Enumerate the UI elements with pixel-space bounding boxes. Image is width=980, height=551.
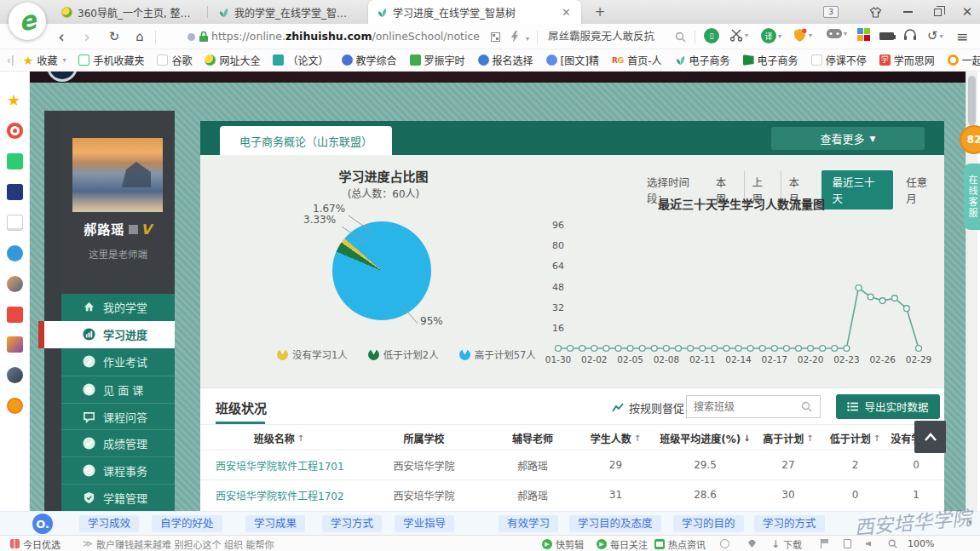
sidebar-item-roster[interactable]: 学籍管理	[61, 484, 175, 511]
pin-icon[interactable]	[748, 536, 756, 551]
bookmark-site-directory[interactable]: 网址大全	[205, 53, 260, 67]
bookmark-thesis[interactable]: （论文）	[273, 53, 328, 67]
speaker-icon[interactable]	[866, 536, 871, 551]
back-to-top-button[interactable]	[914, 421, 946, 453]
related-link[interactable]: 学习成果	[245, 515, 305, 532]
360-search-icon[interactable]: O.	[32, 514, 53, 534]
minimize-button[interactable]	[895, 0, 920, 24]
sidebar-item-learning-progress[interactable]: 学习进度	[38, 321, 175, 348]
flag-icon[interactable]	[821, 536, 828, 551]
scrollbar-thumb[interactable]	[968, 76, 976, 125]
sidebar-item-meeting-class[interactable]: 见 面 课	[61, 376, 175, 403]
daily-follow-tool[interactable]: ▶每日关注	[597, 536, 648, 551]
avatar-icon[interactable]	[7, 276, 23, 292]
headphones-icon[interactable]	[903, 28, 917, 41]
bookmark-homepage[interactable]: RG首页-人	[612, 53, 662, 67]
mail-app-icon[interactable]	[7, 153, 23, 169]
bookmark-tuwen[interactable]: [图文]精	[546, 53, 599, 67]
battery-icon[interactable]	[879, 32, 894, 40]
export-realtime-data-button[interactable]: 导出实时数据	[836, 394, 940, 419]
chat-app-icon[interactable]	[7, 245, 23, 261]
notes-app-icon[interactable]	[7, 215, 23, 231]
reading-mode-icon[interactable]: ▯	[704, 28, 719, 43]
speed-icon[interactable]	[720, 536, 729, 551]
bookmark-luozhenyu[interactable]: 罗振宇时	[410, 53, 465, 67]
browser-tab-1[interactable]: 360导航_一个主页, 整个世界	[53, 0, 206, 24]
back-button[interactable]: ‹	[51, 26, 72, 47]
news-ticker[interactable]: 散户赚钱越来越难 别担心这个 组织 能帮你	[96, 536, 274, 551]
col-school[interactable]: 所属学校	[358, 431, 490, 445]
col-class-name[interactable]: 班级名称↑	[200, 431, 358, 445]
app-icon-red[interactable]	[7, 307, 23, 323]
browser-tab-3-active[interactable]: 学习进度_在线学堂_智慧树 ✕	[368, 0, 581, 24]
new-tab-button[interactable]: +	[591, 3, 609, 20]
view-more-button[interactable]: 查看更多▼	[771, 127, 925, 150]
home-button[interactable]: ⌂	[130, 26, 150, 47]
bookmark-teaching[interactable]: 教学综合	[342, 53, 397, 67]
search-icon[interactable]	[675, 32, 686, 43]
search-input[interactable]	[548, 29, 666, 42]
close-button[interactable]: ✕	[954, 0, 980, 24]
related-link[interactable]: 学习的方式	[754, 515, 825, 532]
search-icon[interactable]	[801, 401, 812, 412]
sidebar-item-assignments-exams[interactable]: 作业考试	[61, 348, 175, 376]
avatar[interactable]	[72, 138, 163, 212]
tab-close-icon[interactable]: ✕	[560, 6, 573, 19]
related-link[interactable]: 有效学习	[499, 515, 558, 532]
qr-code-icon[interactable]	[491, 32, 500, 42]
favorites-star-icon[interactable]: ★	[7, 92, 23, 108]
col-above-plan[interactable]: 高于计划↑	[754, 431, 822, 445]
sidebar-item-course-qa[interactable]: 课程问答	[61, 403, 175, 430]
bookmark-google[interactable]: 谷歌	[157, 53, 192, 67]
browser-logo-icon[interactable]: e	[9, 3, 46, 40]
class-link[interactable]: 西安培华学院软件工程1702	[200, 488, 358, 502]
zoom-level[interactable]: 100%	[908, 536, 934, 551]
related-link[interactable]: 学习方式	[322, 515, 382, 532]
bookmark-ecommerce-1[interactable]: 电子商务	[675, 53, 730, 67]
related-link[interactable]: 学习目的及态度	[569, 515, 661, 532]
translate-icon[interactable]: 译▾	[761, 28, 781, 43]
bookmark-class-suspend[interactable]: 停课不停	[811, 53, 867, 67]
bookmark-xueersi[interactable]: 学学而思网	[879, 53, 935, 67]
class-link[interactable]: 西安培华学院软件工程1701	[200, 458, 358, 473]
related-link[interactable]: 学习成效	[79, 515, 139, 532]
reload-button[interactable]: ↻	[104, 26, 124, 47]
address-bar[interactable]: https://online.zhihuishu.com/onlineSchoo…	[211, 30, 480, 43]
avatar-icon-2[interactable]	[7, 367, 23, 383]
browser-tab-2[interactable]: 我的学堂_在线学堂_智慧树	[210, 0, 365, 24]
skin-theme-icon[interactable]	[862, 0, 888, 24]
flash-play-icon[interactable]	[510, 31, 520, 43]
tab-count-badge[interactable]: 3	[823, 6, 839, 18]
daily-picks[interactable]: 今日优选	[10, 536, 61, 551]
app-icon-red-ring[interactable]	[7, 123, 23, 139]
app-icon-orange[interactable]	[7, 398, 23, 414]
zoom-search-icon[interactable]	[888, 536, 897, 551]
bookmark-phone-favorites[interactable]: 手机收藏夹	[78, 53, 144, 67]
chevron-down-icon[interactable]: ▾	[526, 35, 529, 43]
related-link[interactable]: 自学的好处	[152, 515, 222, 532]
col-student-count[interactable]: 学生人数↑	[575, 431, 656, 445]
hot-news-tool[interactable]: 热点资讯	[654, 536, 706, 551]
chevron-double-down-icon[interactable]: ≫	[83, 536, 93, 551]
site-info-icon[interactable]	[187, 33, 195, 41]
clipboard-icon[interactable]	[844, 536, 851, 551]
bookmark-yiqi-edu[interactable]: 一起教育	[948, 53, 980, 67]
class-search-input[interactable]	[687, 401, 794, 413]
app-icon-navy[interactable]	[7, 184, 23, 200]
online-service-tab[interactable]: 在线客服	[964, 164, 980, 230]
sidebar-item-my-school[interactable]: 我的学堂	[61, 294, 175, 321]
restore-button[interactable]	[925, 0, 950, 24]
bookmark-favorites[interactable]: ★收藏▾	[23, 53, 66, 67]
course-tab[interactable]: 电子商务概论（山东联盟）	[220, 126, 392, 155]
bookmark-ecommerce-2[interactable]: 电子商务	[743, 53, 798, 67]
related-link[interactable]: 学习的目的	[673, 515, 744, 532]
security-shield-icon[interactable]: ▾	[793, 28, 812, 43]
download-button[interactable]: ↓下载	[771, 536, 802, 551]
forward-button[interactable]: ›	[77, 26, 97, 47]
col-below-plan[interactable]: 低于计划↑	[822, 431, 888, 445]
game-center-icon[interactable]: ▾	[827, 28, 847, 39]
sidebar-item-grades[interactable]: 成绩管理	[61, 429, 175, 456]
related-link[interactable]: 学业指导	[395, 515, 454, 532]
promote-by-rule-button[interactable]: 按规则督促	[612, 399, 684, 416]
collapse-sidebar-icon[interactable]: ‹|	[7, 55, 14, 66]
